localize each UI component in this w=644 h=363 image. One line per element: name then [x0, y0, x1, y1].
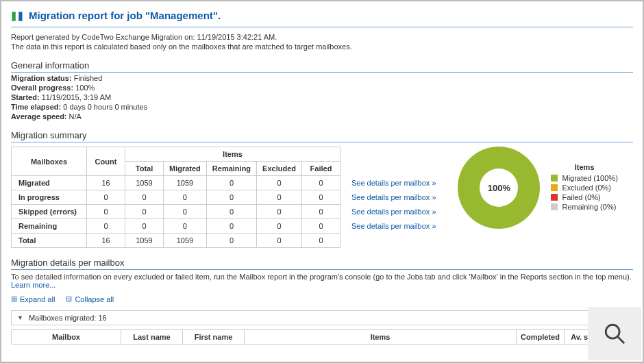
col-first-name: First name	[183, 330, 245, 345]
app-logo-icon	[11, 10, 23, 23]
items-legend: Items Migrated (100%)Excluded (0%)Failed…	[551, 163, 617, 212]
col-detail-items: Items	[245, 330, 517, 345]
legend-item: Failed (0%)	[551, 193, 617, 201]
see-details-link[interactable]: See details per mailbox »	[351, 179, 436, 187]
see-details-link[interactable]: See details per mailbox »	[351, 222, 436, 230]
zoom-button[interactable]	[588, 307, 641, 360]
divider	[11, 27, 633, 27]
col-items-group: Items	[125, 147, 340, 162]
legend-item: Remaining (0%)	[551, 203, 617, 211]
accordion-mailboxes-migrated[interactable]: ▼ Mailboxes migrated: 16	[11, 310, 633, 325]
col-last-name: Last name	[121, 330, 183, 345]
legend-swatch	[551, 203, 558, 210]
collapse-icon: ⊟	[66, 295, 72, 303]
col-excluded: Excluded	[257, 162, 302, 176]
svg-line-3	[617, 336, 624, 343]
speed-row: Average speed: N/A	[11, 112, 633, 121]
col-total: Total	[125, 162, 164, 176]
detail-table: Mailbox Last name First name Items Compl…	[11, 329, 633, 345]
legend-title: Items	[551, 163, 617, 171]
legend-swatch	[551, 184, 558, 191]
collapse-all-button[interactable]: ⊟ Collapse all	[66, 295, 114, 303]
donut-center-label: 100%	[480, 168, 518, 207]
col-remaining: Remaining	[206, 162, 256, 176]
accordion-label: Mailboxes migrated: 16	[29, 314, 107, 322]
col-completed: Completed	[517, 330, 565, 345]
section-general-heading: General information	[11, 60, 633, 73]
see-details-link[interactable]: See details per mailbox »	[351, 208, 436, 216]
expand-icon: ⊞	[11, 295, 17, 303]
col-mailboxes: Mailboxes	[12, 147, 87, 176]
svg-rect-1	[18, 12, 22, 21]
items-donut-chart: 100%	[458, 147, 540, 229]
magnifier-icon	[603, 322, 626, 345]
legend-item: Migrated (100%)	[551, 174, 617, 182]
generated-line: Report generated by CodeTwo Exchange Mig…	[11, 33, 633, 41]
chevron-down-icon: ▼	[17, 314, 23, 321]
section-summary-heading: Migration summary	[11, 130, 633, 142]
legend-swatch	[551, 194, 558, 201]
learn-more-link[interactable]: Learn more...	[11, 281, 55, 289]
elapsed-row: Time elapsed: 0 days 0 hours 0 minutes	[11, 103, 633, 111]
svg-point-2	[606, 325, 619, 338]
col-count: Count	[87, 147, 125, 176]
summary-table: Mailboxes Count Items Total Migrated Rem…	[11, 147, 443, 248]
data-note: The data in this report is calculated ba…	[11, 42, 633, 51]
col-migrated: Migrated	[164, 162, 207, 176]
legend-swatch	[551, 175, 558, 182]
col-mailbox: Mailbox	[12, 330, 121, 345]
table-row: In progress000000See details per mailbox…	[12, 190, 443, 205]
started-row: Started: 11/19/2015, 3:19 AM	[11, 93, 633, 101]
progress-row: Overall progress: 100%	[11, 84, 633, 92]
details-note: To see detailed information on every exc…	[11, 273, 633, 289]
table-row: Skipped (errors)000000See details per ma…	[12, 205, 443, 219]
expand-all-button[interactable]: ⊞ Expand all	[11, 295, 55, 303]
page-title: Migration report for job "Management".	[29, 10, 221, 21]
table-row: Remaining000000See details per mailbox »	[12, 219, 443, 234]
status-row: Migration status: Finished	[11, 74, 633, 82]
legend-item: Excluded (0%)	[551, 184, 617, 192]
svg-rect-0	[12, 12, 16, 21]
col-failed: Failed	[301, 162, 340, 176]
table-row: Total1610591059000	[12, 234, 443, 248]
section-details-heading: Migration details per mailbox	[11, 258, 633, 270]
see-details-link[interactable]: See details per mailbox »	[351, 193, 436, 201]
table-row: Migrated1610591059000See details per mai…	[12, 176, 443, 190]
